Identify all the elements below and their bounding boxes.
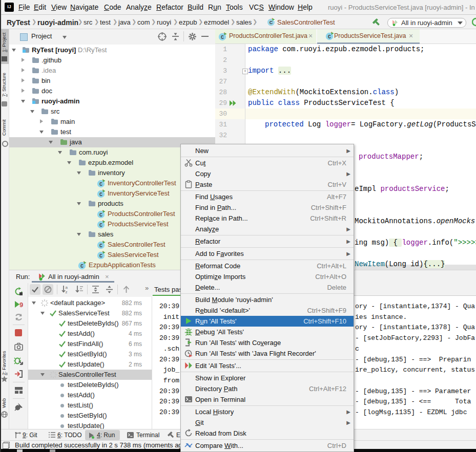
svg-text:z: z [66,290,68,294]
svg-text:C: C [270,20,273,25]
svg-text:a: a [66,285,68,290]
svg-text:9: 9 [19,301,23,309]
